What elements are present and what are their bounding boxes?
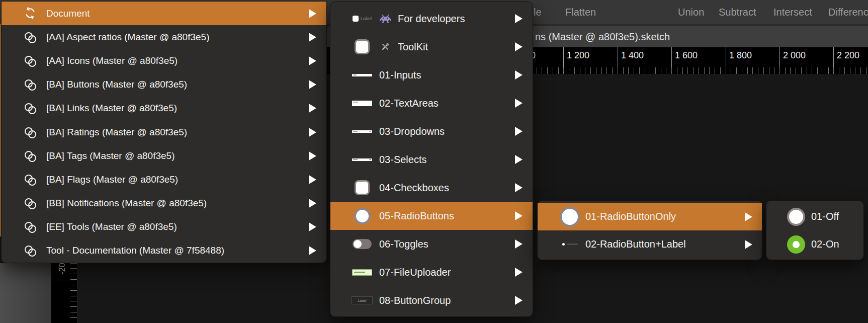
menu-item-07-fileuploader[interactable]: 07-FileUploader [330, 258, 533, 286]
link-icon [23, 243, 38, 258]
submenu-arrow-icon [515, 99, 523, 108]
submenu-arrow-icon [515, 127, 523, 136]
radio-button-thumbnail [559, 207, 581, 227]
toolbar-item-union[interactable]: Union [678, 0, 704, 24]
link-icon [23, 172, 38, 187]
menu-item-tools[interactable]: [EE] Tools (Master @ a80f3e5) [2, 215, 326, 239]
toggle-thumbnail [351, 239, 373, 249]
submenu-arrow-icon [515, 211, 523, 220]
toolbar-item-scale[interactable]: le [534, 0, 542, 24]
submenu-arrow-icon [515, 70, 523, 79]
submenu-arrow-icon [745, 212, 752, 221]
menu-item-icons[interactable]: [AA] Icons (Master @ a80f3e5) [2, 49, 326, 72]
menu-item-label: [BA] Buttons (Master @ a80f3e5) [46, 79, 187, 90]
textarea-thumbnail [351, 101, 373, 106]
alien-invader-icon [379, 13, 391, 24]
left-panel-edge [0, 263, 51, 323]
menu-item-03-selects[interactable]: 03-Selects [330, 145, 533, 174]
ruler-tick-label: 2 200 [837, 50, 859, 61]
menu-item-notifications[interactable]: [BB] Notifications (Master @ a80f3e5) [2, 192, 326, 215]
context-menu-radiobutton-states: 01-Off 02-On [766, 200, 864, 260]
toolbar-item-difference[interactable]: Difference [828, 0, 868, 24]
app-window: le Flatten Union Subtract Intersect Diff… [0, 0, 868, 323]
radio-with-label-thumbnail [559, 243, 581, 246]
context-menu-symbol-sources: Document [AA] Aspect ratios (Master @ a8… [1, 1, 327, 263]
menu-item-document[interactable]: Document [2, 2, 326, 25]
menu-item-08-buttongroup[interactable]: Label 08-ButtonGroup [330, 286, 533, 314]
menu-item-toolkit[interactable]: ToolKit [330, 33, 533, 61]
thumbnail-label: Label [361, 16, 372, 21]
menu-item-links[interactable]: [BA] Links (Master @ a80f3e5) [2, 97, 326, 120]
submenu-arrow-icon [515, 183, 523, 192]
link-icon [23, 101, 38, 116]
submenu-arrow-icon [309, 9, 316, 18]
menu-item-label: 01-Off [811, 211, 839, 222]
menu-item-label: 04-Checkboxes [379, 182, 449, 194]
menu-item-label: 01-RadioButtonOnly [585, 211, 676, 222]
submenu-arrow-icon [515, 14, 523, 23]
menu-item-label: [BA] Flags (Master @ a80f3e5) [46, 174, 178, 185]
link-icon [23, 77, 38, 92]
menu-item-label: Tool - Documentation (Master @ 7f58488) [46, 245, 224, 256]
link-icon [23, 219, 38, 234]
menu-item-flags[interactable]: [BA] Flags (Master @ a80f3e5) [2, 168, 326, 191]
submenu-arrow-icon [515, 268, 523, 277]
submenu-arrow-icon [309, 33, 316, 42]
menu-item-label: [AA] Aspect ratios (Master @ a80f3e5) [46, 32, 209, 43]
menu-item-label: [EE] Tools (Master @ a80f3e5) [46, 221, 177, 232]
menu-item-tool-documentation[interactable]: Tool - Documentation (Master @ 7f58488) [2, 239, 326, 263]
dropdown-thumbnail [351, 130, 373, 133]
toolbar-item-flatten[interactable]: Flatten [565, 0, 596, 24]
document-title: ns (Master @ a80f3e5).sketch [535, 26, 670, 47]
menu-item-01-off[interactable]: 01-Off [766, 203, 863, 230]
menu-item-label: For developers [398, 13, 465, 25]
menu-item-tags[interactable]: [BA] Tags (Master @ a80f3e5) [2, 144, 326, 168]
context-menu-radiobutton-variants: 01-RadioButtonOnly 02-RadioButton+Label [537, 200, 762, 260]
checkbox-thumbnail [351, 180, 373, 195]
ruler-tick-label: 1 600 [675, 50, 698, 61]
ruler-tick-label: 2 000 [783, 50, 806, 61]
menu-item-06-toggles[interactable]: 06-Toggles [330, 230, 533, 258]
ruler-tick-label: 1 800 [729, 50, 752, 61]
select-thumbnail [351, 158, 373, 161]
link-icon [23, 148, 38, 164]
menu-item-for-developers[interactable]: Label For develope [330, 5, 533, 33]
menu-item-01-radiobuttononly[interactable]: 01-RadioButtonOnly [538, 203, 762, 230]
ruler-tick-label: 1 400 [621, 50, 644, 61]
menu-item-02-textareas[interactable]: 02-TextAreas [330, 89, 533, 117]
submenu-arrow-icon [515, 155, 523, 164]
menu-item-label: 03-Dropdowns [379, 126, 445, 137]
menu-item-label: 03-Selects [379, 154, 427, 166]
link-icon [23, 30, 38, 45]
menu-item-label: 02-On [811, 238, 839, 250]
menu-item-02-radiobutton-label[interactable]: 02-RadioButton+Label [538, 230, 762, 258]
menu-item-03-dropdowns[interactable]: 03-Dropdowns [330, 117, 533, 145]
menu-item-aspect-ratios[interactable]: [AA] Aspect ratios (Master @ a80f3e5) [2, 25, 326, 49]
submenu-arrow-icon [309, 128, 316, 137]
sync-icon [23, 6, 38, 21]
menu-item-label: 01-Inputs [379, 69, 421, 81]
submenu-arrow-icon [515, 239, 523, 249]
toolbar-item-subtract[interactable]: Subtract [719, 0, 756, 24]
menu-item-buttons[interactable]: [BA] Buttons (Master @ a80f3e5) [2, 73, 326, 97]
menu-item-label: 05-RadioButtons [379, 210, 454, 222]
menu-item-01-inputs[interactable]: 01-Inputs [330, 61, 533, 89]
menu-item-label: 06-Toggles [379, 238, 428, 250]
submenu-arrow-icon [309, 151, 316, 160]
menu-item-ratings[interactable]: [BA] Ratings (Master @ a80f3e5) [2, 120, 326, 144]
toolbar-item-intersect[interactable]: Intersect [773, 0, 812, 24]
menu-item-04-checkboxes[interactable]: 04-Checkboxes [330, 174, 533, 202]
menu-item-label: ToolKit [398, 41, 428, 53]
menu-item-05-radiobuttons[interactable]: 05-RadioButtons [330, 202, 533, 230]
menu-item-02-on[interactable]: 02-On [766, 230, 863, 258]
menu-item-label: [BA] Ratings (Master @ a80f3e5) [46, 127, 187, 138]
ruler-tick-label: 1 200 [567, 50, 589, 61]
submenu-arrow-icon [515, 296, 523, 305]
submenu-arrow-icon [309, 222, 316, 231]
submenu-arrow-icon [309, 175, 316, 184]
menu-item-label: [BA] Links (Master @ a80f3e5) [46, 103, 177, 114]
ruler-minor-ticks [509, 67, 868, 74]
checkbox-with-label-thumbnail: Label [351, 16, 373, 22]
submenu-arrow-icon [309, 246, 316, 255]
link-icon [23, 125, 38, 140]
